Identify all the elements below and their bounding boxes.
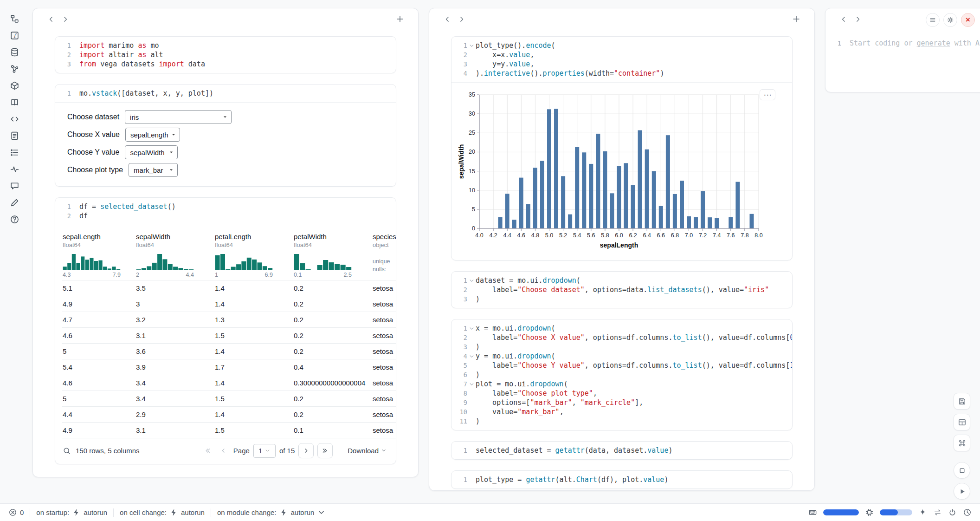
- settings-button[interactable]: [943, 13, 957, 27]
- range-min: 0.1: [294, 272, 302, 278]
- datasource-icon[interactable]: [8, 46, 20, 58]
- code-editor[interactable]: 1plot_type().encode(2 x=x.value,3 y=y.va…: [451, 37, 792, 82]
- documentation-icon[interactable]: [8, 96, 20, 108]
- first-page-button[interactable]: [202, 445, 214, 457]
- empty-cell-placeholder[interactable]: 1Start coding or generate with AI.: [825, 34, 980, 52]
- selected-dataset-cell[interactable]: 1selected_dataset = getattr(data, datase…: [451, 441, 793, 460]
- line-gutter: 2: [55, 211, 79, 221]
- close-button[interactable]: ×: [961, 13, 975, 27]
- add-cell-button[interactable]: [393, 12, 407, 26]
- svg-text:30: 30: [469, 111, 475, 117]
- code-text: ): [476, 417, 480, 426]
- column-header[interactable]: sepalLengthfloat64: [62, 229, 135, 252]
- snippets-icon[interactable]: [8, 113, 20, 125]
- code-token: ,: [530, 51, 534, 59]
- fold-toggle-icon[interactable]: [467, 382, 476, 387]
- file-tree-icon[interactable]: [8, 13, 20, 25]
- functions-icon[interactable]: f: [8, 29, 20, 41]
- table-cell: setosa: [372, 328, 396, 344]
- dropdown-select[interactable]: iris: [125, 110, 232, 124]
- code-editor[interactable]: 1plot_type = getattr(alt.Chart(df), plot…: [451, 471, 792, 488]
- column-header[interactable]: speciesobject: [372, 229, 396, 252]
- runtime-power-button[interactable]: [948, 508, 957, 517]
- code-text: label="Choose plot type",: [476, 389, 597, 398]
- tracing-icon[interactable]: [8, 163, 20, 175]
- code-token: value: [509, 51, 530, 59]
- column-header[interactable]: petalLengthfloat64: [214, 229, 293, 252]
- column-summary: 16.9: [214, 252, 293, 280]
- code-token: label=: [476, 333, 517, 342]
- errors-count: 0: [20, 508, 24, 516]
- chat-icon[interactable]: [8, 180, 20, 192]
- packages-icon[interactable]: [8, 79, 20, 91]
- swap-connection-button[interactable]: [933, 508, 942, 517]
- fold-toggle-icon[interactable]: [467, 354, 476, 359]
- search-icon[interactable]: [63, 447, 71, 455]
- page-number-select[interactable]: 1: [253, 444, 276, 458]
- add-cell-button[interactable]: [789, 12, 803, 26]
- fold-toggle-icon[interactable]: [467, 43, 476, 48]
- chart-options-button[interactable]: ⋯: [760, 89, 775, 100]
- code-token: import: [79, 51, 104, 59]
- plot-cell[interactable]: 1plot_type().encode(2 x=x.value,3 y=y.va…: [451, 36, 793, 260]
- dropdown-select[interactable]: sepalLength: [125, 128, 180, 142]
- dataset-dropdown-cell[interactable]: 1dataset = mo.ui.dropdown(2 label="Choos…: [451, 271, 793, 308]
- code-editor[interactable]: 1mo.vstack([dataset, x, y, plot]): [55, 85, 396, 102]
- stop-button[interactable]: [954, 462, 970, 479]
- play-button[interactable]: [954, 483, 970, 500]
- divider: [30, 508, 30, 517]
- dependencies-icon[interactable]: [8, 63, 20, 75]
- next-page-button[interactable]: [298, 443, 314, 458]
- code-editor[interactable]: 1import marimo as mo2import altair as al…: [55, 37, 396, 73]
- code-editor[interactable]: 1selected_dataset = getattr(data, datase…: [451, 442, 792, 459]
- menu-button[interactable]: [926, 13, 940, 27]
- code-line: 7plot = mo.ui.dropdown(: [451, 379, 792, 389]
- previous-page-button[interactable]: [218, 445, 230, 457]
- panel-back-button[interactable]: [44, 12, 58, 26]
- column-header[interactable]: sepalWidthfloat64: [135, 229, 214, 252]
- outline-icon[interactable]: [8, 146, 20, 158]
- window-buttons: ×: [926, 13, 975, 27]
- dataframe-cell[interactable]: 1df = selected_dataset()2dfsepalLengthfl…: [55, 197, 396, 464]
- dropdown-select[interactable]: sepalWidth: [125, 145, 178, 159]
- code-editor[interactable]: 1x = mo.ui.dropdown(2 label="Choose X va…: [451, 319, 792, 430]
- ui-controls-cell[interactable]: 1mo.vstack([dataset, x, y, plot])Choose …: [55, 84, 396, 187]
- dropdown-select[interactable]: mark_bar: [129, 163, 178, 177]
- plot-type-cell[interactable]: 1plot_type = getattr(alt.Chart(df), plot…: [451, 470, 793, 489]
- download-button[interactable]: Download: [348, 447, 387, 455]
- column-histogram: [215, 253, 273, 270]
- ai-assistant-button[interactable]: [918, 508, 927, 517]
- imports-cell[interactable]: 1import marimo as mo2import altair as al…: [55, 36, 396, 73]
- column-header[interactable]: petalWidthfloat64: [293, 229, 372, 252]
- code-text: x = mo.ui.dropdown(: [476, 324, 555, 333]
- panel-forward-button[interactable]: [454, 12, 468, 26]
- fold-toggle-icon[interactable]: [467, 326, 476, 331]
- altair-bar-chart[interactable]: 4.04.24.44.64.85.05.25.45.65.86.06.26.46…: [458, 88, 764, 252]
- generate-with-ai-link[interactable]: generate: [917, 39, 950, 47]
- panel-forward-button[interactable]: [58, 12, 72, 26]
- panel-back-button[interactable]: [440, 12, 454, 26]
- command-button[interactable]: [954, 435, 970, 451]
- fold-toggle-icon[interactable]: [467, 278, 476, 283]
- code-editor[interactable]: 1dataset = mo.ui.dropdown(2 label="Choos…: [451, 272, 792, 308]
- code-token: "container": [614, 69, 660, 78]
- code-token: ): [668, 446, 672, 455]
- run-setting[interactable]: on startup:autorun: [36, 508, 107, 517]
- layout-button[interactable]: [954, 414, 970, 430]
- xy-plot-dropdowns-cell[interactable]: 1x = mo.ui.dropdown(2 label="Choose X va…: [451, 319, 793, 430]
- keyboard-shortcuts-button[interactable]: [808, 508, 817, 517]
- panel-back-button[interactable]: [837, 12, 851, 26]
- code-editor[interactable]: 1df = selected_dataset()2df: [55, 198, 396, 225]
- scratchpad-icon[interactable]: [8, 196, 20, 208]
- logs-icon[interactable]: [8, 130, 20, 142]
- panel-forward-button[interactable]: [851, 12, 864, 26]
- column-dtype: float64: [63, 241, 130, 248]
- help-icon[interactable]: [8, 213, 20, 225]
- code-token: dropdown: [517, 352, 551, 360]
- save-button[interactable]: [954, 393, 970, 410]
- history-button[interactable]: [963, 508, 972, 517]
- run-setting[interactable]: on cell change:autorun: [120, 508, 205, 517]
- errors-indicator[interactable]: 0: [8, 508, 24, 517]
- run-setting[interactable]: on module change:autorun: [217, 508, 326, 517]
- last-page-button[interactable]: [317, 443, 333, 458]
